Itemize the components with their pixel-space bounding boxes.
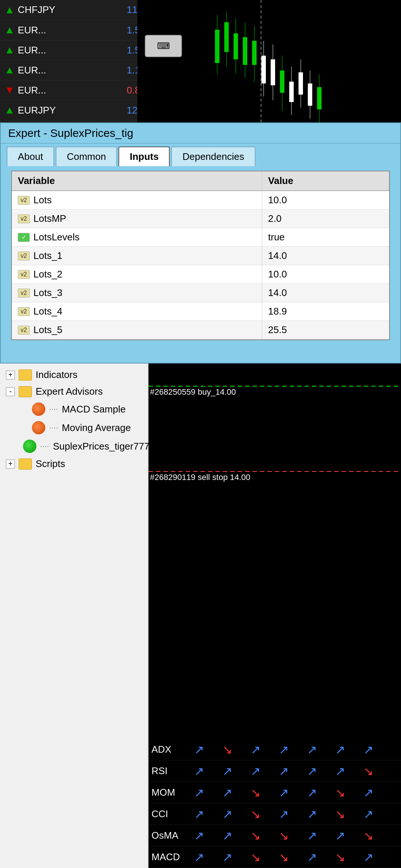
dialog-tab-dependencies[interactable]: Dependencies <box>171 147 255 166</box>
arrow-icon: ↘ <box>214 743 241 757</box>
nav-item[interactable]: ····Moving Average <box>0 418 148 437</box>
arrow-icon: ↘ <box>327 786 353 800</box>
var-value-cell[interactable]: 10.0 <box>262 191 389 210</box>
nav-item[interactable]: ····SuplexPrices_tiger777 <box>0 437 148 456</box>
nav-item[interactable]: +Indicators <box>0 366 148 383</box>
arrow-icon: ↗ <box>270 764 297 778</box>
svg-rect-3 <box>224 22 229 52</box>
arrow-icon: ↗ <box>299 764 325 778</box>
arrow-icon: ↗ <box>242 743 269 757</box>
var-name: Lots_2 <box>33 269 62 280</box>
indicator-row: MOM↗↗↘↗↗↘↗ <box>149 782 401 803</box>
bottom-chart: #268250559 buy_14.00 #268290119 sell sto… <box>149 364 401 868</box>
arrow-icon: ↗ <box>327 829 353 843</box>
arrow-icon: ↘ <box>327 807 353 821</box>
direction-icon: ▼ <box>4 84 15 96</box>
var-icon: v2 <box>18 251 30 260</box>
keyboard-button[interactable]: ⌨ <box>145 35 182 57</box>
var-value-cell[interactable]: true <box>262 228 389 247</box>
col-variable: Variable <box>12 171 262 191</box>
dialog-tab-common[interactable]: Common <box>56 147 117 166</box>
nav-item[interactable]: +Scripts <box>0 456 148 472</box>
dialog-tab-about[interactable]: About <box>7 147 54 166</box>
arrow-icon: ↘ <box>355 829 382 843</box>
var-name: Lots_4 <box>33 306 62 317</box>
var-name-cell: v2 LotsMP <box>12 210 262 228</box>
symbol-name: EUR... <box>18 24 46 36</box>
top-chart <box>137 0 401 126</box>
nav-expand-btn[interactable]: - <box>6 387 15 396</box>
var-icon: v2 <box>18 307 30 316</box>
svg-rect-5 <box>234 33 238 59</box>
nav-expand-btn[interactable]: + <box>6 371 15 379</box>
arrow-icon: ↗ <box>270 743 297 757</box>
market-row[interactable]: ▲ EUR... <box>0 20 122 40</box>
var-value-cell[interactable]: 10.0 <box>262 265 389 284</box>
nav-label: Moving Average <box>62 422 131 434</box>
indicator-arrows: ↗↗↗↗↗↗↘ <box>186 764 401 778</box>
nav-label: Expert Advisors <box>36 386 103 397</box>
arrow-icon: ↗ <box>299 829 325 843</box>
var-icon: ✓ <box>18 233 30 242</box>
var-value-cell[interactable]: 14.0 <box>262 247 389 265</box>
arrow-icon: ↗ <box>186 829 212 843</box>
symbol-name: CHFJPY <box>18 4 55 16</box>
var-name-cell: ✓ LotsLevels <box>12 228 262 247</box>
direction-icon: ▲ <box>4 64 15 76</box>
indicator-row: CCI↗↗↘↗↗↘↗ <box>149 803 401 825</box>
nav-label: SuplexPrices_tiger777 <box>53 441 149 452</box>
trade-sell-label: #268290119 sell stop 14.00 <box>150 473 250 482</box>
arrow-icon: ↘ <box>242 786 269 800</box>
market-row[interactable]: ▼ EUR... <box>0 80 122 100</box>
var-value-cell[interactable]: 25.5 <box>262 321 389 339</box>
arrow-icon: ↘ <box>327 850 353 864</box>
arrow-icon: ↗ <box>299 743 325 757</box>
arrow-icon: ↗ <box>327 764 353 778</box>
var-name: LotsMP <box>33 213 66 224</box>
indicator-arrows: ↗↗↘↘↗↘↗ <box>186 850 401 864</box>
expert-icon <box>32 421 45 434</box>
arrow-icon: ↗ <box>299 786 325 800</box>
indicator-name: CCI <box>149 808 186 820</box>
nav-item[interactable]: -Expert Advisors <box>0 383 148 400</box>
arrow-icon: ↘ <box>242 850 269 864</box>
arrow-icon: ↘ <box>242 807 269 821</box>
dialog-tab-inputs[interactable]: Inputs <box>118 147 170 166</box>
arrow-icon: ↗ <box>214 807 241 821</box>
market-row[interactable]: ▲ EURJPY <box>0 100 122 120</box>
arrow-icon: ↗ <box>299 850 325 864</box>
market-row[interactable]: ▲ CHFJPY <box>0 0 122 20</box>
arrow-icon: ↘ <box>355 764 382 778</box>
expert-icon <box>32 402 45 416</box>
dialog-title: Expert - SuplexPrices_tig <box>1 123 400 144</box>
var-value-cell[interactable]: 18.9 <box>262 302 389 321</box>
direction-icon: ▲ <box>4 44 15 56</box>
nav-spacer <box>19 405 28 414</box>
indicator-name: MACD <box>149 851 186 863</box>
market-row[interactable]: ▲ EUR... <box>0 60 122 80</box>
indicator-row: MACD↗↗↘↘↗↘↗ <box>149 846 401 868</box>
nav-item[interactable]: ····MACD Sample <box>0 400 148 418</box>
var-value-cell[interactable]: 14.0 <box>262 284 389 302</box>
arrow-icon: ↗ <box>270 807 297 821</box>
svg-rect-21 <box>308 83 312 106</box>
nav-label: Scripts <box>36 458 65 470</box>
arrow-icon: ↘ <box>242 829 269 843</box>
indicators-panel: ADX↗↘↗↗↗↗↗RSI↗↗↗↗↗↗↘MOM↗↗↘↗↗↘↗CCI↗↗↘↗↗↘↗… <box>149 739 401 868</box>
nav-expand-btn[interactable]: + <box>6 460 15 468</box>
nav-label: MACD Sample <box>62 404 125 415</box>
market-row[interactable]: ▲ EUR... <box>0 40 122 60</box>
arrow-icon: ↘ <box>270 829 297 843</box>
folder-icon <box>19 386 32 397</box>
symbol-name: EUR... <box>18 65 46 76</box>
arrow-icon: ↗ <box>355 850 382 864</box>
var-value-cell[interactable]: 2.0 <box>262 210 389 228</box>
navigator-panel: +Indicators-Expert Advisors····MACD Samp… <box>0 364 149 868</box>
folder-icon <box>19 369 32 381</box>
var-name-cell: v2 Lots_1 <box>12 247 262 265</box>
symbol-name: EUR... <box>18 45 46 56</box>
arrow-icon: ↗ <box>242 764 269 778</box>
indicator-name: ADX <box>149 744 186 755</box>
arrow-icon: ↗ <box>299 807 325 821</box>
col-value: Value <box>262 171 389 191</box>
